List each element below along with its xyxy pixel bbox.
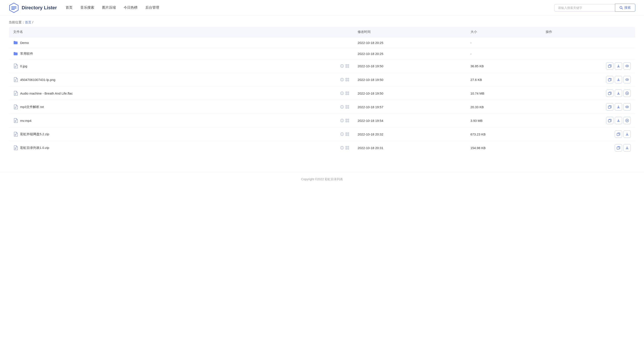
- play-button[interactable]: [624, 117, 631, 124]
- svg-rect-39: [348, 92, 349, 93]
- nav-trending[interactable]: 今日热榜: [124, 4, 138, 11]
- copy-button[interactable]: [606, 90, 614, 97]
- col-header-name: 文件名: [9, 27, 354, 37]
- table-row: 常用软件 2022-10-18 20:25-: [9, 48, 635, 59]
- file-type-icon: [13, 64, 18, 68]
- logo-icon: [9, 2, 19, 13]
- svg-point-24: [342, 79, 342, 79]
- svg-point-87: [342, 147, 342, 147]
- file-name-cell: 常用软件: [9, 48, 354, 59]
- svg-point-76: [342, 133, 342, 134]
- nav-music[interactable]: 音乐搜索: [80, 4, 94, 11]
- download-button[interactable]: [615, 76, 622, 83]
- file-name: 45047061007431-lp.png: [20, 78, 56, 82]
- table-row: 彩虹目录列表1.0.zip 2022-10-18 20:31154.98 KB: [9, 141, 635, 155]
- svg-rect-16: [608, 65, 610, 67]
- file-table-container: 文件名 修改时间 大小 操作 Demo 2022-10-18 20:25-: [0, 27, 644, 163]
- breadcrumb-home[interactable]: 首页: [25, 20, 32, 24]
- svg-rect-42: [608, 92, 610, 95]
- svg-rect-14: [346, 66, 347, 67]
- grid-icon[interactable]: [346, 105, 349, 109]
- file-modified: 2022-10-18 19:50: [353, 87, 466, 100]
- download-button[interactable]: [624, 144, 631, 152]
- file-size: 20.33 KB: [466, 100, 541, 114]
- info-icon[interactable]: [340, 92, 344, 95]
- footer: Copyright ©2022 彩虹目录列表: [0, 172, 644, 186]
- col-header-size: 大小: [466, 27, 541, 37]
- info-icon[interactable]: [340, 119, 344, 122]
- logo-area: Directory Lister: [9, 2, 57, 13]
- grid-icon[interactable]: [346, 146, 349, 150]
- file-name-cell: Audio machine - Breath And Life.flac: [9, 87, 354, 100]
- nav-home[interactable]: 首页: [66, 4, 72, 11]
- file-actions-cell: [541, 87, 635, 100]
- file-type-icon: [13, 77, 18, 82]
- nav-image[interactable]: 图片压缩: [102, 4, 116, 11]
- search-input[interactable]: [554, 4, 615, 11]
- svg-rect-1: [11, 6, 16, 7]
- search-button[interactable]: 搜索: [615, 4, 635, 12]
- svg-rect-92: [617, 147, 619, 149]
- file-name-cell: mp3文件解析.txt: [9, 100, 354, 114]
- svg-rect-53: [346, 107, 347, 108]
- grid-icon[interactable]: [346, 92, 349, 95]
- preview-button[interactable]: [624, 62, 631, 70]
- file-size: 36.85 KB: [466, 59, 541, 73]
- preview-button[interactable]: [624, 103, 631, 111]
- nav-admin[interactable]: 后台管理: [145, 4, 159, 11]
- file-size: 10.74 MB: [466, 87, 541, 100]
- file-modified: 2022-10-18 20:25: [353, 37, 466, 48]
- file-size: -: [466, 37, 541, 48]
- file-modified: 2022-10-18 19:50: [353, 59, 466, 73]
- grid-icon[interactable]: [346, 132, 349, 136]
- file-actions-cell: [541, 73, 635, 87]
- info-icon[interactable]: [340, 146, 344, 150]
- search-area: 搜索: [554, 4, 635, 12]
- svg-point-11: [342, 65, 342, 66]
- table-row: 0.jpg 2022-10-18 19:5036.85 KB: [9, 59, 635, 73]
- svg-marker-44: [627, 93, 628, 94]
- play-button[interactable]: [624, 90, 631, 97]
- copy-button[interactable]: [615, 131, 622, 138]
- download-button[interactable]: [615, 90, 622, 97]
- svg-rect-41: [348, 94, 349, 95]
- copy-button[interactable]: [606, 103, 614, 111]
- grid-icon[interactable]: [346, 78, 349, 81]
- copy-button[interactable]: [606, 117, 614, 124]
- svg-rect-25: [346, 78, 347, 79]
- svg-rect-80: [348, 135, 349, 136]
- download-button[interactable]: [624, 131, 631, 138]
- svg-rect-65: [348, 119, 349, 120]
- svg-rect-81: [617, 133, 619, 136]
- file-name[interactable]: Demo: [20, 41, 29, 45]
- info-icon[interactable]: [340, 132, 344, 136]
- download-button[interactable]: [615, 117, 622, 124]
- file-name-cell: 彩虹目录列表1.0.zip: [9, 141, 354, 155]
- file-name: mp3文件解析.txt: [20, 105, 44, 109]
- file-size: 154.98 KB: [466, 141, 541, 155]
- file-type-icon: [13, 118, 18, 123]
- svg-rect-79: [346, 135, 347, 136]
- copy-button[interactable]: [606, 62, 614, 70]
- breadcrumb: 当前位置：首页 /: [0, 15, 644, 27]
- grid-icon[interactable]: [346, 119, 349, 122]
- info-icon[interactable]: [340, 64, 344, 68]
- copy-button[interactable]: [615, 144, 622, 152]
- copy-button[interactable]: [606, 76, 614, 83]
- svg-rect-27: [346, 80, 347, 81]
- breadcrumb-separator: /: [32, 20, 33, 24]
- info-icon[interactable]: [340, 78, 344, 81]
- svg-rect-90: [346, 148, 347, 149]
- file-size: -: [466, 48, 541, 59]
- file-table: 文件名 修改时间 大小 操作 Demo 2022-10-18 20:25-: [9, 27, 635, 155]
- file-type-icon: [13, 105, 18, 109]
- file-actions-cell: [541, 127, 635, 141]
- download-button[interactable]: [615, 103, 622, 111]
- info-icon[interactable]: [340, 105, 344, 109]
- table-row: Demo 2022-10-18 20:25-: [9, 37, 635, 48]
- download-button[interactable]: [615, 62, 622, 70]
- grid-icon[interactable]: [346, 64, 349, 68]
- main-nav: 首页 音乐搜索 图片压缩 今日热榜 后台管理: [66, 4, 546, 11]
- preview-button[interactable]: [624, 76, 631, 83]
- file-name[interactable]: 常用软件: [20, 52, 33, 56]
